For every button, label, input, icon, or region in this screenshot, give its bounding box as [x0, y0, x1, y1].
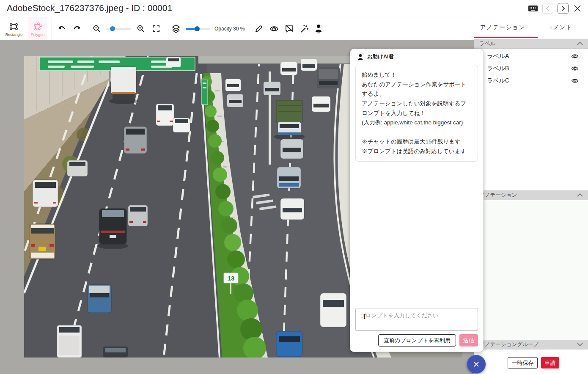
- opacity-slider-thumb[interactable]: [195, 26, 200, 31]
- annotation-list-area: [474, 200, 588, 340]
- chevron-up-icon: [577, 42, 583, 45]
- annotation-app: AdobeStock_176237376.jpeg - ID : 00001: [0, 0, 588, 374]
- sidebar-footer: 一時保存 申請: [474, 349, 588, 374]
- polygon-tool-icon: [32, 21, 43, 32]
- comment-off-icon[interactable]: [284, 23, 295, 34]
- opacity-group: Opacity 30 %: [166, 17, 249, 40]
- reuse-prompt-button[interactable]: 直前のプロンプトを再利用: [378, 334, 456, 346]
- label-row-b[interactable]: ラベルB: [474, 62, 588, 74]
- keyboard-shortcuts-icon[interactable]: [528, 5, 538, 12]
- tab-annotation[interactable]: アノテーション: [474, 17, 531, 38]
- titlebar-actions: [528, 0, 582, 17]
- submit-button[interactable]: 申請: [541, 357, 559, 368]
- label-name: ラベルC: [487, 77, 509, 85]
- close-icon: [473, 360, 480, 368]
- close-icon[interactable]: [573, 4, 582, 13]
- pencil-icon[interactable]: [253, 23, 264, 34]
- eye-icon[interactable]: [571, 66, 579, 72]
- annotation-section-title: アノテーション: [479, 192, 517, 199]
- eye-icon[interactable]: [571, 53, 579, 59]
- chat-message-line: (入力例: apple,white cat,the biggest car): [362, 118, 472, 128]
- history-group: [52, 17, 87, 40]
- prompt-input[interactable]: [355, 308, 478, 331]
- rectangle-tool-label: Rectangle: [5, 33, 23, 37]
- title-bar: AdobeStock_176237376.jpeg - ID : 00001: [0, 0, 588, 17]
- chat-message-line: あなたのアノテーション作業をサポートするよ。: [362, 80, 472, 99]
- prev-image-button[interactable]: [542, 3, 553, 14]
- next-image-button[interactable]: [558, 3, 569, 14]
- shape-tools-group: Rectangle Polygon: [0, 17, 52, 40]
- chat-message: 始めまして！ あなたのアノテーション作業をサポートするよ。 アノテーションしたい…: [355, 65, 478, 162]
- polygon-tool-button[interactable]: Polygon: [28, 17, 47, 40]
- annotation-group-section-title: アノテーショングループ: [479, 341, 539, 348]
- labels-section-header[interactable]: ラベル: [474, 39, 588, 49]
- svg-text:13: 13: [228, 275, 235, 282]
- chat-message-line: 始めまして！: [362, 70, 472, 80]
- annotation-section-header[interactable]: アノテーション: [474, 190, 588, 200]
- tab-comment[interactable]: コメント: [531, 17, 588, 38]
- chat-close-fab[interactable]: [467, 355, 486, 374]
- label-name: ラベルB: [487, 65, 509, 72]
- sidebar-tabs: アノテーション コメント: [474, 17, 588, 38]
- label-name: ラベルA: [487, 52, 509, 60]
- chat-title: お助けAI君: [367, 53, 394, 60]
- label-row-a[interactable]: ラベルA: [474, 50, 588, 62]
- annotation-sidebar: アノテーション コメント ラベル ラベルA ラベルB ラベルC アノテーション …: [474, 17, 588, 374]
- chevron-down-icon: [577, 343, 583, 346]
- ai-chat-panel: お助けAI君 始めまして！ あなたのアノテーション作業をサポートするよ。 アノテ…: [350, 49, 484, 352]
- annotation-tools-group: AI: [249, 17, 327, 40]
- zoom-slider[interactable]: [107, 26, 131, 32]
- eye-icon[interactable]: [571, 78, 579, 84]
- fit-screen-icon[interactable]: [151, 23, 162, 34]
- page-title: AdobeStock_176237376.jpeg - ID : 00001: [7, 3, 172, 13]
- annotation-group-section-header[interactable]: アノテーショングループ: [474, 340, 588, 349]
- visibility-icon[interactable]: [269, 23, 280, 34]
- rectangle-tool-icon: [8, 21, 19, 32]
- ai-tool-label: AI: [317, 31, 320, 34]
- ai-assistant-tool-button[interactable]: AI: [314, 24, 323, 34]
- toolbar: Rectangle Polygon: [0, 17, 474, 40]
- magic-wand-icon[interactable]: [299, 23, 310, 34]
- chevron-up-icon: [577, 193, 583, 197]
- zoom-slider-thumb[interactable]: [110, 26, 115, 31]
- zoom-group: [87, 17, 166, 40]
- zoom-in-icon[interactable]: [135, 23, 146, 34]
- opacity-slider[interactable]: [186, 26, 210, 32]
- labels-section-title: ラベル: [479, 40, 495, 47]
- layers-icon[interactable]: [170, 23, 181, 34]
- chat-header: お助けAI君: [350, 49, 483, 64]
- label-row-c[interactable]: ラベルC: [474, 74, 588, 87]
- chat-actions: 直前のプロンプトを再利用 送信: [378, 334, 478, 346]
- redo-icon[interactable]: [71, 23, 82, 34]
- chat-message-line: アノテーションしたい対象を説明するプロンプトを入力してね！: [362, 99, 472, 118]
- undo-icon[interactable]: [56, 23, 67, 34]
- polygon-tool-label: Polygon: [31, 33, 45, 37]
- chat-message-line: [362, 128, 472, 137]
- opacity-value-label: Opacity 30 %: [214, 26, 245, 32]
- zoom-out-icon[interactable]: [91, 23, 102, 34]
- send-button[interactable]: 送信: [459, 334, 478, 346]
- chat-message-line: ※チャットの履歴は最大15件残ります: [362, 137, 472, 147]
- rectangle-tool-button[interactable]: Rectangle: [4, 17, 24, 40]
- chat-message-line: ※プロンプトは英語のみ対応しています: [362, 147, 472, 157]
- temp-save-button[interactable]: 一時保存: [508, 357, 538, 368]
- ai-person-icon: [357, 54, 364, 60]
